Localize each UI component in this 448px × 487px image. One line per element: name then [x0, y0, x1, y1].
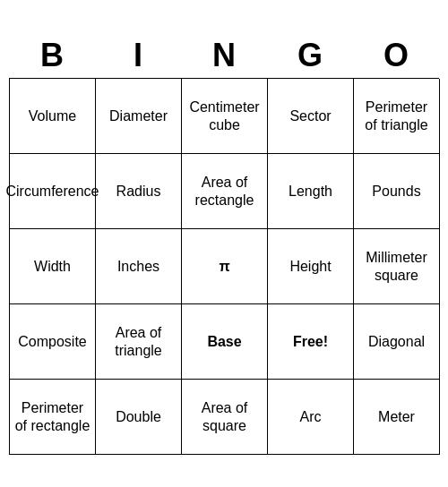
bingo-cell: Radius [96, 154, 182, 229]
bingo-cell: Perimeter of rectangle [10, 380, 96, 455]
bingo-cell: Perimeter of triangle [354, 79, 440, 154]
bingo-cell: Pounds [354, 154, 440, 229]
header-letter: O [353, 32, 439, 78]
bingo-cell: Base [182, 304, 268, 380]
bingo-cell: Sector [268, 79, 354, 154]
bingo-cell: Area of square [182, 380, 268, 455]
bingo-cell: Width [10, 229, 96, 304]
bingo-cell: Height [268, 229, 354, 304]
bingo-card: BINGO VolumeDiameterCentimeter cubeSecto… [9, 32, 439, 455]
bingo-header: BINGO [9, 32, 439, 78]
bingo-cell: Arc [268, 380, 354, 455]
bingo-cell: Centimeter cube [182, 79, 268, 154]
bingo-grid: VolumeDiameterCentimeter cubeSectorPerim… [9, 78, 439, 455]
bingo-cell: Length [268, 154, 354, 229]
bingo-cell: π [182, 229, 268, 304]
header-letter: N [181, 32, 267, 78]
bingo-cell: Area of triangle [96, 304, 182, 380]
bingo-cell: Diameter [96, 79, 182, 154]
bingo-cell: Volume [10, 79, 96, 154]
bingo-cell: Diagonal [354, 304, 440, 380]
header-letter: G [267, 32, 353, 78]
bingo-cell: Meter [354, 380, 440, 455]
header-letter: I [95, 32, 181, 78]
bingo-cell: Circumference [10, 154, 96, 229]
bingo-cell: Inches [96, 229, 182, 304]
bingo-cell: Composite [10, 304, 96, 380]
bingo-cell: Millimeter square [354, 229, 440, 304]
header-letter: B [9, 32, 95, 78]
bingo-cell: Area of rectangle [182, 154, 268, 229]
bingo-cell: Double [96, 380, 182, 455]
bingo-cell: Free! [268, 304, 354, 380]
